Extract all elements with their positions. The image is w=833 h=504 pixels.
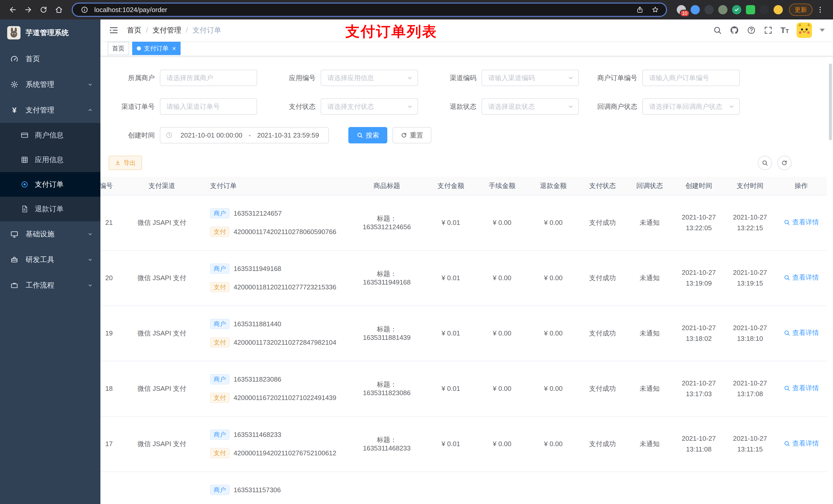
pay-status-select[interactable]: 请选择支付状态: [321, 98, 418, 115]
sidebar-item-refund-order[interactable]: 退款订单: [0, 197, 100, 221]
cell-status: [579, 472, 626, 504]
back-button[interactable]: [5, 2, 21, 18]
github-icon[interactable]: [730, 26, 739, 35]
merchant-order-no-input[interactable]: [643, 74, 739, 82]
export-button[interactable]: 导出: [109, 156, 142, 170]
create-time-range[interactable]: 2021-10-01 00:00:00 - 2021-10-31 23:59:5…: [160, 127, 329, 143]
toggle-search-button[interactable]: [758, 156, 772, 170]
col-refund: 退款金额: [528, 177, 579, 195]
chevron-down-icon: [407, 75, 413, 81]
sidebar-item-workflow[interactable]: 工作流程: [0, 272, 100, 298]
cell-id: 21: [100, 195, 119, 250]
app-select[interactable]: 请选择应用信息: [321, 70, 418, 86]
channel-code-select[interactable]: 请输入渠道编码: [481, 70, 579, 86]
app-logo[interactable]: 芋道管理系统: [0, 20, 100, 46]
extension-icon-2[interactable]: [691, 5, 700, 14]
col-actions: 操作: [776, 177, 827, 195]
view-detail-link[interactable]: 查看详情: [784, 273, 819, 282]
close-tab-icon[interactable]: ×: [172, 45, 176, 52]
merchant-order-no: 1635311881440: [234, 320, 281, 328]
pay-status-text: 支付成功: [589, 385, 616, 392]
extension-icon-4[interactable]: [718, 5, 728, 14]
cell-channel: 微信 JSAPI 支付: [119, 416, 205, 472]
chevron-down-icon: [87, 81, 93, 88]
table-row: 20 微信 JSAPI 支付 商户 1635311949168 支付 42000…: [100, 250, 827, 306]
view-detail-link[interactable]: 查看详情: [784, 218, 819, 226]
cell-pay-order: 商户 1635311823086 支付 42000011672021102710…: [205, 361, 348, 416]
sidebar-item-dev-tools[interactable]: 研发工具: [0, 247, 100, 272]
col-fee: 手续金额: [476, 177, 528, 195]
cell-notify: 未通知: [626, 361, 673, 416]
breadcrumb-home[interactable]: 首页: [127, 25, 141, 35]
filter-label: 支付状态: [269, 102, 321, 111]
sidebar-item-label: 首页: [26, 54, 40, 64]
tab-home[interactable]: 首页: [108, 42, 129, 55]
forward-button[interactable]: [21, 2, 36, 18]
filter-label: 回调商户状态: [591, 102, 642, 111]
tab-pay-order[interactable]: 支付订单 ×: [132, 42, 181, 55]
font-size-icon[interactable]: TT: [781, 26, 789, 35]
refresh-icon: [401, 132, 407, 139]
col-status: 支付状态: [579, 177, 626, 195]
refund-status-select[interactable]: 请选择退款状态: [481, 98, 579, 115]
col-pay-time: 支付时间: [724, 177, 776, 195]
extension-icon-5[interactable]: [732, 5, 741, 14]
chevron-up-icon: [87, 107, 93, 113]
col-notify: 回调状态: [626, 177, 673, 195]
fullscreen-icon[interactable]: [764, 26, 773, 35]
address-bar[interactable]: localhost:1024/pay/order: [72, 3, 667, 17]
channel-order-no-input[interactable]: [160, 103, 257, 111]
view-detail-link[interactable]: 查看详情: [784, 328, 819, 337]
notify-status-select[interactable]: 请选择订单回调商户状态: [642, 98, 740, 115]
update-button[interactable]: 更新: [789, 4, 812, 16]
extension-icon-6[interactable]: [746, 5, 755, 14]
extension-icon-3[interactable]: [705, 5, 714, 14]
reset-button[interactable]: 重置: [392, 127, 431, 143]
breadcrumb: 首页 / 支付管理 / 支付订单: [127, 25, 221, 35]
home-button[interactable]: [51, 2, 67, 18]
gear-icon: [10, 80, 19, 89]
header-search-icon[interactable]: [713, 26, 722, 35]
scrollbar[interactable]: [829, 64, 832, 140]
sidebar-item-merchant-info[interactable]: 商户信息: [0, 123, 100, 147]
cell-refund: ¥ 0.00: [528, 195, 579, 250]
sidebar-item-infrastructure[interactable]: 基础设施: [0, 221, 100, 247]
channel-pay-no: 4200001173202110272847982104: [234, 339, 336, 346]
yen-icon: ¥: [10, 106, 19, 115]
search-icon: [762, 160, 768, 166]
pay-tag: 支付: [210, 392, 230, 403]
help-icon[interactable]: [747, 26, 756, 35]
extension-icon-8[interactable]: [774, 5, 783, 14]
pay-tag: 支付: [210, 448, 230, 458]
sidebar-item-system[interactable]: 系统管理: [0, 72, 100, 97]
sidebar-item-app-info[interactable]: 应用信息: [0, 147, 100, 172]
cell-pay-time: 2021-10-2713:17:08: [724, 361, 776, 416]
extension-icon-7[interactable]: [760, 5, 769, 14]
view-detail-link[interactable]: 查看详情: [784, 439, 819, 448]
breadcrumb-payment[interactable]: 支付管理: [153, 25, 181, 35]
view-detail-link[interactable]: 查看详情: [784, 384, 819, 392]
hamburger-icon[interactable]: [109, 25, 119, 35]
bookmark-star-icon[interactable]: [647, 2, 663, 18]
share-icon[interactable]: [632, 2, 647, 18]
avatar[interactable]: [796, 23, 812, 38]
cell-id: [100, 472, 119, 504]
sidebar-item-home[interactable]: 首页: [0, 46, 100, 72]
merchant-input[interactable]: [160, 74, 257, 82]
extension-icon-1[interactable]: 10: [677, 5, 686, 14]
refresh-table-button[interactable]: [777, 156, 791, 170]
cell-channel: 微信 JSAPI 支付: [119, 306, 205, 361]
search-button[interactable]: 搜索: [348, 127, 387, 143]
table-row: 商户 1635311157306 支付 查看详情: [100, 472, 827, 504]
browser-menu-icon[interactable]: [812, 2, 828, 18]
cell-create-time: 2021-10-2713:17:03: [673, 361, 724, 416]
reload-button[interactable]: [36, 2, 51, 18]
check-icon: [734, 7, 739, 12]
site-info-icon[interactable]: [77, 2, 92, 18]
sidebar-item-payment[interactable]: ¥ 支付管理: [0, 97, 100, 123]
cell-refund: ¥ 0.00: [528, 361, 579, 416]
cell-pay-order: 商户 1635311468233 支付 42000011942021102767…: [205, 416, 348, 472]
avatar-caret-icon[interactable]: [820, 29, 825, 32]
sidebar-item-pay-order[interactable]: 支付订单: [0, 172, 100, 197]
cell-status: 支付成功: [579, 195, 626, 250]
